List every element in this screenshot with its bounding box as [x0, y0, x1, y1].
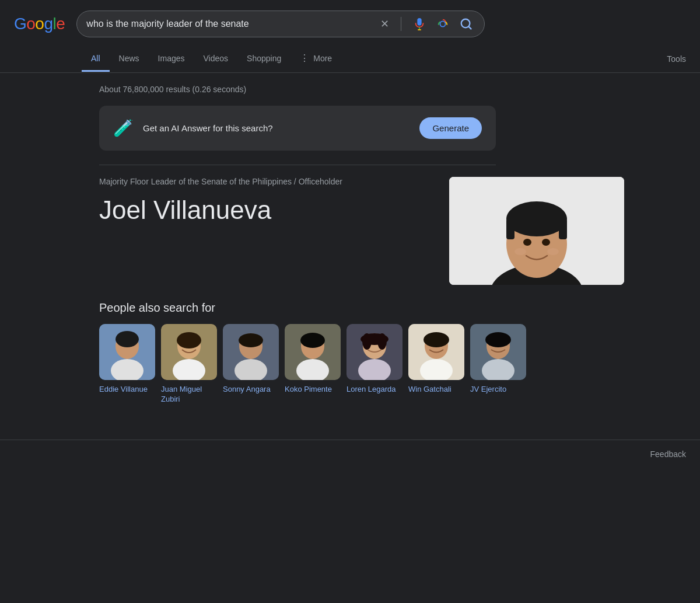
- person-name-eddie: Eddie Villanue: [99, 385, 148, 395]
- svg-point-16: [547, 248, 559, 255]
- main-content: 🧪 Get an AI Answer for this search? Gene…: [0, 101, 642, 405]
- person-card-sonny[interactable]: Sonny Angara: [223, 324, 279, 405]
- person-avatar-juan: [161, 324, 217, 380]
- search-bar: ✕: [76, 11, 485, 37]
- lens-search-button[interactable]: [434, 15, 452, 33]
- person-photo-jv: [470, 324, 526, 380]
- svg-rect-12: [559, 219, 567, 239]
- person-card-win[interactable]: Win Gatchali: [408, 324, 464, 405]
- tab-all[interactable]: All: [82, 47, 110, 72]
- person-avatar-win: [408, 324, 464, 380]
- tab-images[interactable]: Images: [149, 47, 194, 72]
- svg-point-2: [440, 21, 446, 26]
- knowledge-panel: Majority Floor Leader of the Senate of t…: [99, 177, 624, 285]
- person-photo-eddie: [99, 324, 155, 380]
- person-name-juan: Juan Miguel Zubiri: [161, 385, 217, 405]
- svg-point-37: [377, 333, 387, 350]
- microphone-icon: [413, 18, 426, 30]
- kp-breadcrumb: Majority Floor Leader of the Senate of t…: [99, 177, 432, 186]
- svg-point-10: [506, 201, 567, 236]
- person-card-jv[interactable]: JV Ejercito: [470, 324, 526, 405]
- svg-line-4: [469, 27, 472, 30]
- person-photo-juan: [161, 324, 217, 380]
- results-count: About 76,800,000 results (0.26 seconds): [0, 73, 700, 101]
- person-avatar-sonny: [223, 324, 279, 380]
- svg-point-14: [542, 239, 550, 246]
- svg-point-15: [514, 248, 526, 255]
- more-dots-icon: ⋮: [300, 53, 310, 64]
- kp-title: Joel Villanueva: [99, 196, 432, 225]
- person-photo-koko: [285, 324, 341, 380]
- nav-bar: All News Images Videos Shopping ⋮ More T…: [0, 46, 700, 73]
- person-card-eddie[interactable]: Eddie Villanue: [99, 324, 155, 405]
- kp-image-box: [449, 177, 624, 285]
- svg-point-41: [424, 332, 449, 347]
- person-card-koko[interactable]: Koko Pimente: [285, 324, 341, 405]
- clear-search-button[interactable]: ✕: [378, 15, 391, 33]
- tools-button[interactable]: Tools: [667, 47, 700, 71]
- section-divider: [99, 165, 496, 165]
- search-bar-divider: [401, 17, 401, 31]
- person-avatar-loren: [346, 324, 402, 380]
- joel-villanueva-image: [449, 177, 624, 285]
- svg-point-19: [116, 331, 139, 347]
- footer: Feedback: [0, 440, 700, 468]
- google-logo: Google: [14, 15, 65, 33]
- person-name-sonny: Sonny Angara: [223, 385, 271, 395]
- svg-rect-11: [506, 219, 514, 239]
- person-card-juan[interactable]: Juan Miguel Zubiri: [161, 324, 217, 405]
- person-avatar-jv: [470, 324, 526, 380]
- tab-videos[interactable]: Videos: [194, 47, 238, 72]
- google-search-button[interactable]: [457, 15, 475, 33]
- person-name-koko: Koko Pimente: [285, 385, 332, 395]
- ai-answer-box: 🧪 Get an AI Answer for this search? Gene…: [99, 106, 496, 151]
- person-name-jv: JV Ejercito: [470, 385, 506, 395]
- tab-more[interactable]: ⋮ More: [290, 46, 341, 72]
- voice-search-button[interactable]: [411, 15, 428, 33]
- search-input[interactable]: [86, 19, 378, 29]
- header: Google ✕: [0, 0, 700, 43]
- person-avatar-koko: [285, 324, 341, 380]
- people-grid: Eddie Villanue Juan Miguel Zu: [99, 324, 628, 405]
- feedback-link[interactable]: Feedback: [650, 449, 686, 459]
- search-icon: [460, 18, 473, 30]
- tab-news[interactable]: News: [110, 47, 149, 72]
- person-photo-sonny: [223, 324, 279, 380]
- ai-answer-text: Get an AI Answer for this search?: [143, 123, 410, 133]
- person-name-win: Win Gatchali: [408, 385, 452, 395]
- people-also-search-section: People also search for Eddie Villanue: [99, 301, 628, 405]
- search-icons: ✕: [378, 15, 475, 33]
- person-photo-win: [408, 324, 464, 380]
- tab-shopping[interactable]: Shopping: [237, 47, 290, 72]
- flask-icon: 🧪: [113, 118, 134, 138]
- generate-button[interactable]: Generate: [419, 117, 482, 139]
- people-search-title: People also search for: [99, 301, 628, 315]
- person-photo-loren: [346, 324, 402, 380]
- svg-point-23: [177, 332, 201, 348]
- svg-point-3: [461, 19, 470, 28]
- svg-point-13: [523, 239, 531, 246]
- kp-left: Majority Floor Leader of the Senate of t…: [99, 177, 432, 285]
- svg-point-45: [485, 332, 511, 347]
- svg-point-27: [239, 333, 263, 347]
- person-card-loren[interactable]: Loren Legarda: [346, 324, 402, 405]
- close-icon: ✕: [380, 18, 389, 30]
- svg-point-31: [300, 333, 325, 348]
- svg-point-36: [362, 333, 372, 350]
- person-avatar-eddie: [99, 324, 155, 380]
- person-name-loren: Loren Legarda: [346, 385, 396, 395]
- google-lens-icon: [436, 18, 449, 30]
